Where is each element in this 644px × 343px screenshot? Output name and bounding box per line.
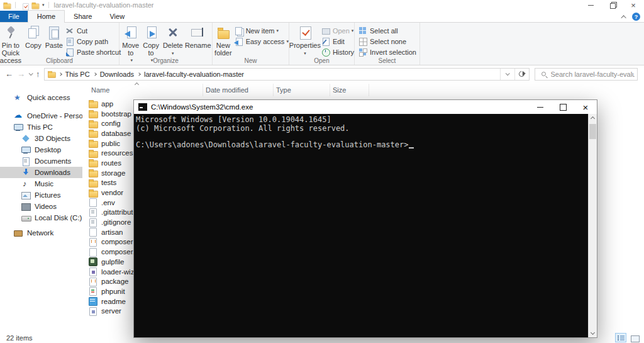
cmd-minimize-button[interactable]: [529, 100, 552, 114]
easy-access-icon: [234, 37, 243, 46]
copy-path-button[interactable]: Copy path: [65, 37, 121, 46]
search-input[interactable]: [551, 70, 635, 78]
edit-button[interactable]: Edit: [321, 37, 354, 46]
easy-access-button[interactable]: Easy access: [234, 37, 289, 46]
cmd-window-title: C:\Windows\System32\cmd.exe: [151, 103, 253, 111]
chevron-right-icon: [137, 72, 141, 76]
star-icon: [14, 93, 23, 102]
refresh-button[interactable]: [515, 69, 529, 80]
new-folder-qat-icon[interactable]: [31, 2, 38, 8]
back-icon[interactable]: ←: [5, 70, 13, 78]
minimize-button[interactable]: [580, 0, 601, 10]
music-icon: [21, 179, 30, 188]
sidebar-item[interactable]: Network: [0, 227, 82, 239]
column-header[interactable]: Date modified: [203, 84, 274, 96]
paste-shortcut-button[interactable]: Paste shortcut: [65, 47, 121, 57]
collapse-ribbon-icon[interactable]: [621, 15, 626, 20]
up-icon[interactable]: ↑: [36, 70, 40, 78]
cmd-console[interactable]: Microsoft Windows [Version 10.0.19044.16…: [134, 114, 597, 337]
sidebar-item[interactable]: Documents: [0, 155, 82, 167]
file-php-icon: [89, 307, 97, 315]
sidebar-item[interactable]: This PC: [0, 121, 82, 133]
file-icon: [89, 228, 97, 236]
cmd-cursor: [409, 147, 414, 149]
breadcrumb-crumb[interactable]: laravel-faculty-evaluation-master: [135, 70, 245, 78]
pin-icon: [3, 25, 18, 40]
breadcrumb-crumb[interactable]: This PC: [56, 70, 91, 78]
rename-button[interactable]: Rename: [185, 24, 211, 50]
chevron-right-icon: [93, 72, 97, 76]
sidebar-item[interactable]: Pictures: [0, 189, 82, 201]
column-header[interactable]: Name: [89, 84, 203, 96]
cmd-close-button[interactable]: [574, 100, 597, 114]
separator: [48, 2, 49, 8]
ribbon-tab[interactable]: Home: [28, 10, 65, 23]
scroll-up-icon[interactable]: [591, 116, 595, 121]
customize-qat-chevron-icon[interactable]: ▾: [42, 3, 45, 8]
recent-locations-chevron-icon[interactable]: [29, 71, 33, 76]
delete-button[interactable]: Delete: [161, 24, 185, 59]
sidebar-item[interactable]: Local Disk (C:): [0, 212, 82, 223]
cmd-prompt-line: C:\Users\adones\Downloads\laravel-facult…: [136, 141, 587, 150]
history-icon: [321, 47, 330, 57]
column-header[interactable]: Size: [330, 84, 369, 96]
sidebar-item[interactable]: Downloads: [0, 167, 82, 178]
ribbon-empty-space: [420, 23, 644, 65]
details-view-icon[interactable]: [615, 333, 626, 342]
cmd-scrollbar[interactable]: [588, 114, 597, 337]
cmd-maximize-button[interactable]: [552, 100, 574, 114]
group-label-clipboard: Clipboard: [0, 57, 119, 64]
scrollbar-thumb[interactable]: [589, 124, 596, 139]
sidebar-item[interactable]: Desktop: [0, 144, 82, 155]
search-box[interactable]: [535, 68, 638, 81]
open-button[interactable]: Open: [321, 26, 354, 35]
select-all-button[interactable]: Select all: [358, 26, 416, 35]
scroll-down-icon[interactable]: [591, 330, 595, 335]
cmd-window[interactable]: C:\Windows\System32\cmd.exe Microsoft Wi…: [133, 99, 597, 338]
file-text-icon: [89, 208, 97, 216]
sidebar-item[interactable]: 3D Objects: [0, 133, 82, 144]
sidebar-item[interactable]: OneDrive - Personal: [0, 110, 82, 121]
file-js-icon: [89, 267, 97, 276]
sidebar-item[interactable]: Music: [0, 178, 82, 189]
folder-icon: [48, 70, 55, 77]
window-title: laravel-faculty-evaluation-master: [54, 1, 154, 9]
ribbon-tab[interactable]: View: [101, 11, 133, 22]
paste-button[interactable]: Paste: [43, 24, 65, 50]
copy-button[interactable]: Copy: [23, 24, 43, 50]
new-item-icon: [234, 26, 243, 35]
history-button[interactable]: History: [321, 47, 354, 57]
network-icon: [14, 228, 23, 237]
properties-qat-icon[interactable]: [22, 3, 26, 8]
ribbon-group-open: Properties Open Edit History Open: [289, 23, 355, 65]
address-bar[interactable]: This PCDownloadslaravel-faculty-evaluati…: [44, 68, 530, 81]
invert-selection-button[interactable]: Invert selection: [358, 47, 416, 57]
cmd-titlebar[interactable]: C:\Windows\System32\cmd.exe: [134, 100, 597, 114]
sidebar-item[interactable]: Videos: [0, 201, 82, 212]
file-explorer-window: ▾ laravel-faculty-evaluation-master File…: [0, 0, 644, 343]
properties-button[interactable]: Properties: [289, 24, 321, 59]
new-folder-button[interactable]: New folder: [213, 24, 234, 58]
column-header[interactable]: Type: [274, 84, 330, 96]
group-label-organize: Organize: [119, 57, 212, 64]
select-none-button[interactable]: Select none: [358, 37, 416, 46]
chevron-right-icon: [58, 72, 62, 76]
close-button[interactable]: [623, 0, 644, 10]
folder-icon: [89, 139, 97, 147]
breadcrumb-crumb[interactable]: Downloads: [91, 70, 135, 78]
restore-button[interactable]: [601, 0, 623, 10]
ribbon-tab[interactable]: Share: [65, 11, 101, 22]
sidebar-item[interactable]: Quick access: [0, 92, 82, 103]
delete-x-icon: [165, 25, 180, 40]
file-json-icon: [89, 278, 97, 286]
forward-icon[interactable]: →: [17, 70, 25, 78]
cut-button[interactable]: Cut: [65, 26, 121, 35]
large-icons-view-icon[interactable]: [629, 333, 640, 342]
address-dropdown-button[interactable]: [501, 69, 514, 80]
help-icon[interactable]: ?: [632, 13, 640, 21]
cube-icon: [21, 134, 30, 143]
ribbon-tab[interactable]: File: [0, 11, 28, 22]
quick-access-toolbar: ▾: [3, 1, 50, 9]
ribbon-tab-row: FileHomeShareView ?: [0, 10, 644, 23]
new-item-button[interactable]: New item: [234, 26, 289, 35]
